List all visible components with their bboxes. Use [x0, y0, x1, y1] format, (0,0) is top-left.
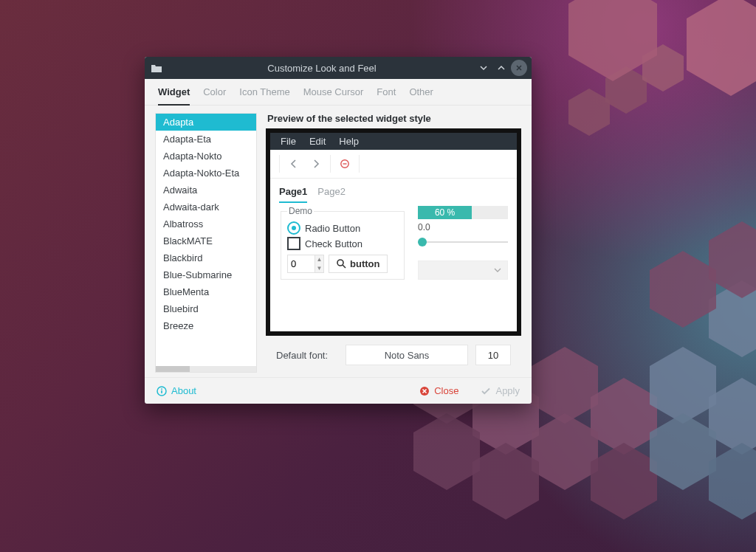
demo-combobox[interactable] — [418, 261, 508, 280]
list-item[interactable]: Breeze — [156, 317, 256, 334]
spin-down-icon[interactable]: ▼ — [315, 264, 323, 273]
default-font-row: Default font: Noto Sans 10 — [266, 336, 521, 373]
about-button[interactable]: About — [157, 385, 196, 396]
list-item[interactable]: Albatross — [156, 215, 256, 232]
spin-up-icon[interactable]: ▲ — [315, 255, 323, 264]
list-item[interactable]: Bluebird — [156, 300, 256, 317]
radio-icon — [287, 221, 300, 235]
demo-groupbox-label: Demo — [287, 206, 314, 216]
tab-mouse-cursor[interactable]: Mouse Cursor — [303, 85, 364, 105]
spin-input[interactable] — [288, 255, 315, 272]
search-icon — [337, 259, 346, 269]
slider-value-label: 0.0 — [418, 222, 508, 232]
apply-button[interactable]: Apply — [481, 385, 520, 396]
page-tab-1[interactable]: Page1 — [279, 186, 307, 203]
minimize-button[interactable] — [475, 60, 492, 76]
preview-menubar: File Edit Help — [270, 133, 517, 150]
stop-icon[interactable] — [334, 154, 356, 173]
menu-file[interactable]: File — [281, 136, 296, 147]
default-font-family-field[interactable]: Noto Sans — [346, 345, 468, 365]
svg-rect-5 — [161, 390, 162, 393]
checkbox-icon — [287, 237, 300, 250]
demo-button[interactable]: button — [329, 255, 388, 273]
preview-toolbar — [270, 150, 517, 179]
svg-rect-1 — [343, 163, 347, 164]
list-item[interactable]: Adwaita — [156, 182, 256, 199]
svg-line-3 — [343, 265, 346, 268]
list-item[interactable]: BlackMATE — [156, 232, 256, 249]
default-font-label: Default font: — [276, 350, 338, 361]
dialog-footer: About Close Apply — [145, 377, 532, 404]
maximize-button[interactable] — [493, 60, 509, 76]
forward-icon[interactable] — [305, 154, 327, 173]
titlebar[interactable]: Customize Look and Feel — [145, 57, 532, 79]
tab-icon-theme[interactable]: Icon Theme — [239, 85, 289, 105]
list-item[interactable]: Adapta-Nokto-Eta — [156, 165, 256, 182]
category-tabs: Widget Color Icon Theme Mouse Cursor Fon… — [145, 79, 532, 106]
demo-radio[interactable]: Radio Button — [287, 221, 398, 235]
preview-frame: File Edit Help Page1 Page2 — [266, 128, 521, 336]
svg-rect-6 — [161, 388, 162, 390]
list-item[interactable]: Blackbird — [156, 249, 256, 266]
tab-color[interactable]: Color — [203, 85, 226, 105]
check-icon — [481, 386, 491, 396]
list-item[interactable]: Blue-Submarine — [156, 266, 256, 283]
preview-page-tabs: Page1 Page2 — [270, 179, 517, 203]
back-icon[interactable] — [283, 154, 305, 173]
widget-style-list[interactable]: Adapta Adapta-Eta Adapta-Nokto Adapta-No… — [155, 113, 257, 373]
preview-heading: Preview of the selected widget style — [267, 113, 521, 124]
tab-font[interactable]: Font — [377, 85, 396, 105]
demo-progressbar: 60 % — [418, 206, 508, 219]
window-title: Customize Look and Feel — [168, 63, 475, 74]
close-button[interactable]: Close — [419, 385, 458, 396]
menu-help[interactable]: Help — [339, 136, 359, 147]
slider-thumb[interactable] — [418, 238, 427, 246]
list-item[interactable]: Adapta-Eta — [156, 131, 256, 148]
close-icon — [419, 386, 430, 396]
menu-edit[interactable]: Edit — [309, 136, 326, 147]
svg-point-2 — [337, 260, 343, 266]
chevron-down-icon — [494, 268, 501, 272]
page-tab-2[interactable]: Page2 — [317, 186, 346, 203]
info-icon — [157, 386, 167, 396]
close-window-button[interactable] — [511, 60, 527, 76]
app-icon — [145, 63, 168, 73]
list-item[interactable]: Adapta — [156, 114, 256, 131]
list-scrollbar[interactable] — [156, 366, 256, 372]
default-font-size-field[interactable]: 10 — [475, 345, 511, 365]
list-item[interactable]: Adapta-Nokto — [156, 148, 256, 165]
list-item[interactable]: Adwaita-dark — [156, 199, 256, 215]
tab-other[interactable]: Other — [409, 85, 433, 105]
demo-groupbox: Demo Radio Button Check Button ▲▼ button — [281, 206, 405, 280]
demo-checkbox[interactable]: Check Button — [287, 237, 398, 250]
demo-spinbox[interactable]: ▲▼ — [287, 255, 324, 273]
tab-widget[interactable]: Widget — [158, 85, 190, 106]
demo-slider[interactable] — [418, 237, 508, 247]
list-item[interactable]: BlueMenta — [156, 283, 256, 300]
settings-window: Customize Look and Feel Widget Color Ico… — [145, 57, 532, 404]
